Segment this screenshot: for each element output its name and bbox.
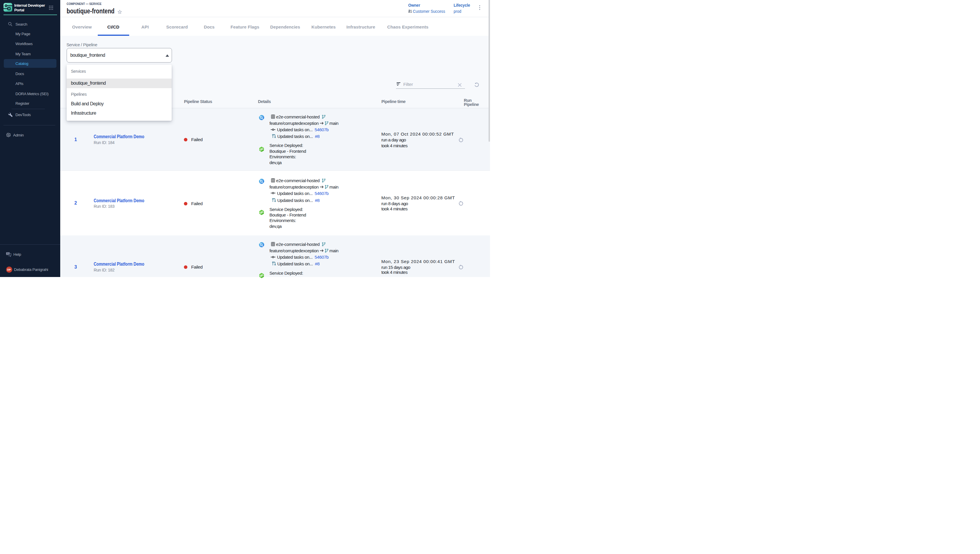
svg-text:?: ? xyxy=(7,252,9,255)
